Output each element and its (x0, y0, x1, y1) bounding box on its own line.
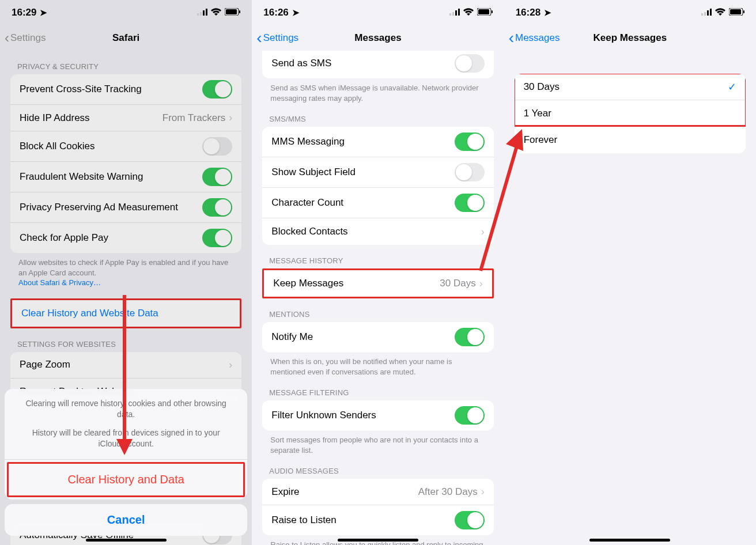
label: Hide IP Address (20, 112, 90, 124)
status-time: 16:26 (263, 7, 288, 18)
svg-rect-8 (452, 12, 454, 16)
row-hide-ip[interactable]: Hide IP Address From Trackers› (10, 105, 241, 131)
status-time: 16:29 (12, 7, 36, 18)
svg-rect-2 (203, 10, 205, 16)
back-button[interactable]: ‹ Messages (509, 29, 560, 47)
status-bar: 16:29 ➤ (0, 0, 252, 25)
toggle[interactable] (455, 511, 485, 529)
svg-rect-16 (707, 10, 709, 16)
row-notify[interactable]: Notify Me (262, 322, 493, 352)
toggle[interactable] (202, 229, 232, 247)
status-bar: 16:26 ➤ (252, 0, 504, 25)
section-header-websites: SETTINGS FOR WEBSITES (10, 328, 241, 352)
nav-bar: ‹ Settings Safari (0, 25, 252, 51)
row-privacy-ad[interactable]: Privacy Preserving Ad Measurement (10, 192, 241, 223)
row-raise[interactable]: Raise to Listen (262, 505, 493, 535)
label: MMS Messaging (271, 136, 345, 147)
svg-rect-19 (730, 9, 741, 14)
row-fraud-warning[interactable]: Fraudulent Website Warning (10, 162, 241, 192)
option-1-year[interactable]: 1 Year (515, 100, 746, 127)
row-clear-history[interactable]: Clear History and Website Data (12, 300, 240, 327)
screen-safari: 16:29 ➤ ‹ Settings Safari (0, 0, 252, 545)
option-30-days[interactable]: 30 Days ✓ (515, 74, 746, 100)
wifi-icon (463, 7, 474, 18)
row-apple-pay[interactable]: Check for Apple Pay (10, 223, 241, 253)
row-prevent-tracking[interactable]: Prevent Cross-Site Tracking (10, 74, 241, 105)
toggle[interactable] (455, 406, 485, 425)
status-bar: 16:28 ➤ (504, 0, 756, 25)
row-send-sms[interactable]: Send as SMS (262, 51, 493, 78)
svg-rect-15 (704, 12, 706, 16)
chevron-right-icon: › (481, 226, 485, 238)
svg-rect-0 (197, 13, 199, 16)
label: Privacy Preserving Ad Measurement (20, 202, 178, 213)
wifi-icon (211, 7, 221, 18)
row-block-cookies[interactable]: Block All Cookies (10, 131, 241, 162)
section-header-mentions: MENTIONS (262, 298, 493, 322)
footer-text: Send as SMS when iMessage is unavailable… (262, 78, 493, 103)
footer-text: Allow websites to check if Apple Pay is … (10, 253, 241, 288)
svg-rect-20 (743, 10, 744, 13)
row-charcount[interactable]: Character Count (262, 188, 493, 218)
nav-bar: ‹ Settings Messages (252, 25, 504, 51)
toggle[interactable] (202, 80, 232, 99)
page-title: Keep Messages (594, 32, 667, 44)
toggle[interactable] (202, 168, 232, 186)
label: Raise to Listen (271, 514, 336, 526)
section-header-sms: SMS/MMS (262, 103, 493, 127)
chevron-left-icon: ‹ (5, 30, 9, 46)
svg-rect-9 (455, 10, 457, 16)
toggle[interactable] (202, 198, 232, 217)
toggle[interactable] (455, 133, 485, 151)
location-icon: ➤ (544, 7, 551, 18)
row-keep-messages[interactable]: Keep Messages 30 Days› (264, 270, 492, 297)
toggle[interactable] (455, 328, 485, 346)
label: 30 Days (524, 81, 560, 93)
detail-value: After 30 Days (418, 486, 478, 498)
svg-rect-5 (226, 9, 237, 14)
battery-icon (729, 7, 744, 18)
signal-icon (701, 7, 712, 18)
label: Character Count (271, 197, 343, 209)
about-privacy-link[interactable]: About Safari & Privacy… (18, 278, 101, 287)
sheet-cancel-button[interactable]: Cancel (5, 504, 247, 536)
home-indicator[interactable] (338, 539, 418, 542)
row-mms[interactable]: MMS Messaging (262, 127, 493, 157)
option-forever[interactable]: Forever (515, 127, 746, 153)
screen-keep-messages: 16:28 ➤ ‹ Messages Keep Messages (504, 0, 756, 545)
section-header-filter: MESSAGE FILTERING (262, 377, 493, 400)
row-blocked[interactable]: Blocked Contacts › (262, 218, 493, 245)
footer-text: Sort messages from people who are not in… (262, 430, 493, 455)
back-label: Messages (515, 32, 560, 44)
back-button[interactable]: ‹ Settings (256, 29, 298, 47)
label: Page Zoom (20, 359, 70, 370)
label: 1 Year (524, 108, 551, 119)
back-button[interactable]: ‹ Settings (5, 30, 46, 46)
sheet-message: Clearing will remove history, cookies an… (5, 389, 247, 460)
label: Prevent Cross-Site Tracking (20, 84, 142, 95)
toggle[interactable] (455, 194, 485, 212)
toggle[interactable] (202, 137, 232, 156)
row-expire[interactable]: Expire After 30 Days› (262, 479, 493, 505)
sheet-clear-button[interactable]: Clear History and Data (9, 464, 243, 495)
label: Check for Apple Pay (20, 232, 108, 244)
chevron-left-icon: ‹ (256, 29, 262, 47)
home-indicator[interactable] (589, 539, 670, 542)
nav-bar: ‹ Messages Keep Messages (504, 25, 756, 51)
battery-icon (477, 7, 493, 18)
row-page-zoom[interactable]: Page Zoom › (10, 352, 241, 379)
toggle[interactable] (455, 54, 485, 73)
highlight-keep-messages: Keep Messages 30 Days› (262, 268, 493, 298)
back-label: Settings (263, 32, 298, 44)
chevron-right-icon: › (479, 278, 483, 290)
toggle[interactable] (455, 163, 485, 181)
home-indicator[interactable] (86, 539, 167, 542)
page-title: Safari (112, 32, 139, 44)
label: Block All Cookies (20, 141, 94, 152)
back-label: Settings (10, 32, 46, 44)
svg-rect-3 (206, 9, 207, 16)
action-sheet: Clearing will remove history, cookies an… (5, 389, 247, 540)
row-filter[interactable]: Filter Unknown Senders (262, 400, 493, 430)
row-subject[interactable]: Show Subject Field (262, 157, 493, 188)
detail-value: From Trackers (162, 112, 226, 124)
